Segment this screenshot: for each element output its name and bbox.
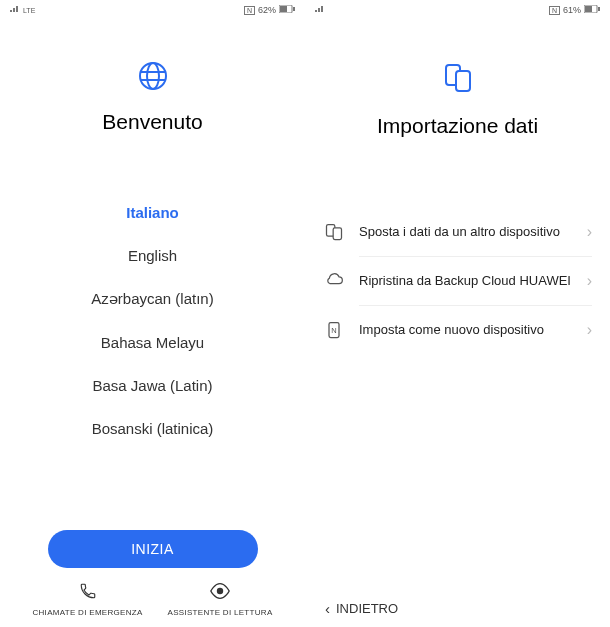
svg-point-4: [147, 63, 159, 89]
svg-rect-2: [293, 7, 295, 11]
phone-icon: [79, 582, 97, 604]
nfc-icon: N: [244, 6, 255, 15]
globe-icon: [0, 60, 305, 92]
option-move-from-device[interactable]: Sposta i dati da un altro dispositivo ›: [305, 208, 610, 256]
battery-label: 61%: [563, 5, 581, 15]
option-label: Sposta i dati da un altro dispositivo: [359, 224, 573, 241]
option-setup-new[interactable]: N Imposta come nuovo dispositivo ›: [305, 306, 610, 354]
option-label: Imposta come nuovo dispositivo: [359, 322, 573, 339]
signal-icon: [315, 5, 325, 15]
signal-icon: [10, 5, 20, 15]
language-item-bahasa-melayu[interactable]: Bahasa Melayu: [101, 334, 204, 351]
option-label: Ripristina da Backup Cloud HUAWEI: [359, 273, 573, 290]
chevron-left-icon: ‹: [325, 600, 330, 617]
new-device-icon: N: [323, 320, 345, 340]
language-item-italiano[interactable]: Italiano: [126, 204, 179, 221]
language-item-bosanski[interactable]: Bosanski (latinica): [92, 420, 214, 437]
import-title: Importazione dati: [305, 114, 610, 138]
language-item-azerbaycan[interactable]: Azərbaycan (latın): [91, 290, 213, 308]
welcome-title: Benvenuto: [0, 110, 305, 134]
eye-icon: [209, 582, 231, 604]
nfc-icon: N: [549, 6, 560, 15]
battery-icon: [279, 5, 295, 15]
import-options: Sposta i dati da un altro dispositivo › …: [305, 208, 610, 354]
bottom-bar: CHIAMATE DI EMERGENZA ASSISTENTE DI LETT…: [0, 578, 305, 627]
chevron-right-icon: ›: [587, 272, 592, 290]
emergency-call-button[interactable]: CHIAMATE DI EMERGENZA: [32, 582, 142, 617]
reading-assistant-label: ASSISTENTE DI LETTURA: [168, 608, 273, 617]
chevron-right-icon: ›: [587, 223, 592, 241]
svg-rect-14: [333, 228, 341, 240]
start-button[interactable]: INIZIA: [48, 530, 258, 568]
back-label: INDIETRO: [336, 601, 398, 616]
svg-text:N: N: [331, 326, 336, 335]
cloud-icon: [323, 271, 345, 291]
svg-rect-1: [280, 6, 287, 12]
network-label: LTE: [23, 7, 35, 14]
svg-rect-10: [598, 7, 600, 11]
battery-label: 62%: [258, 5, 276, 15]
data-import-screen: N 61% Importazione dati Sposta i dati da…: [305, 0, 610, 627]
svg-rect-12: [456, 71, 470, 91]
svg-point-3: [140, 63, 166, 89]
battery-icon: [584, 5, 600, 15]
language-list: Italiano English Azərbaycan (latın) Baha…: [0, 204, 305, 437]
svg-point-7: [217, 588, 223, 594]
option-restore-cloud[interactable]: Ripristina da Backup Cloud HUAWEI ›: [305, 257, 610, 305]
language-item-basa-jawa[interactable]: Basa Jawa (Latin): [92, 377, 212, 394]
emergency-call-label: CHIAMATE DI EMERGENZA: [32, 608, 142, 617]
welcome-screen: LTE N 62% Benvenuto Italiano English Azə…: [0, 0, 305, 627]
back-button[interactable]: ‹ INDIETRO: [325, 600, 398, 617]
chevron-right-icon: ›: [587, 321, 592, 339]
svg-rect-9: [585, 6, 592, 12]
transfer-icon: [305, 60, 610, 96]
language-item-english[interactable]: English: [128, 247, 177, 264]
status-bar: N 61%: [305, 0, 610, 20]
status-bar: LTE N 62%: [0, 0, 305, 20]
reading-assistant-button[interactable]: ASSISTENTE DI LETTURA: [168, 582, 273, 617]
device-transfer-icon: [323, 222, 345, 242]
